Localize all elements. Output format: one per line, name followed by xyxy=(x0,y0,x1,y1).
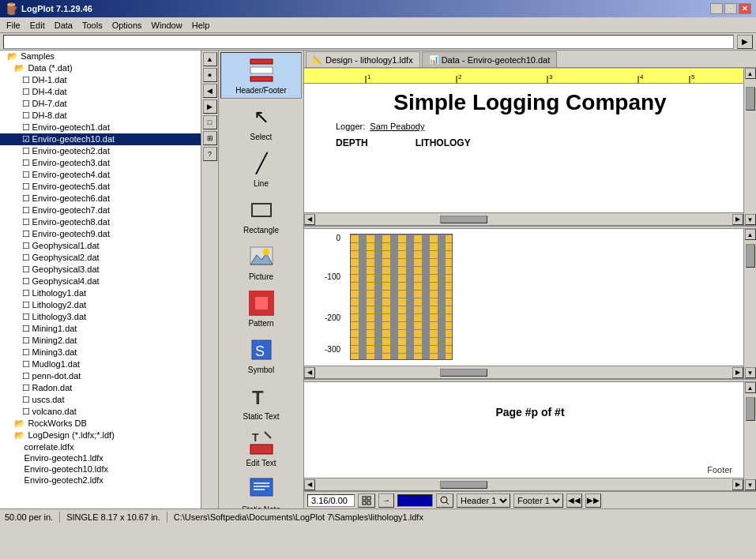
tree-item[interactable]: ☐ Geophysical4.dat xyxy=(0,276,201,287)
tree-item[interactable]: ☐ Enviro-geotech6.dat xyxy=(0,193,201,204)
tree-item[interactable]: 📂 Samples xyxy=(0,51,201,62)
tree-item[interactable]: ☐ DH-1.dat xyxy=(0,74,201,86)
tool-static-text[interactable]: TStatic Text xyxy=(220,378,302,425)
tool-select[interactable]: ↖Select xyxy=(220,99,302,145)
tool-edit-text[interactable]: TEdit Text xyxy=(220,425,302,471)
tree-item[interactable]: ☐ Enviro-geotech9.dat xyxy=(0,228,201,240)
tree-item[interactable]: ☐ Enviro-geotech4.dat xyxy=(0,169,201,181)
nav-next-btn[interactable]: ▶▶ xyxy=(585,493,601,508)
body-hscroll-right[interactable]: ▶ xyxy=(732,367,743,378)
body-hscroll-thumb[interactable] xyxy=(440,369,487,377)
tree-item[interactable]: ☐ Enviro-geotech2.dat xyxy=(0,145,201,157)
tree-item[interactable]: correlate.ldfx xyxy=(0,441,201,452)
menu-help[interactable]: Help xyxy=(187,19,215,32)
tree-item[interactable]: ☐ Enviro-geotech7.dat xyxy=(0,204,201,216)
tool-strip-btn-4[interactable]: ▶ xyxy=(203,99,217,114)
header-vscrollbar[interactable]: ▲ ▼ xyxy=(743,68,756,225)
footer-hscroll-left[interactable]: ◀ xyxy=(304,479,315,490)
tool-strip-btn-3[interactable]: ◀ xyxy=(203,84,217,98)
tree-item[interactable]: 📂 LogDesign (*.ldfx;*.ldf) xyxy=(0,430,201,441)
tree-item[interactable]: ☐ DH-4.dat xyxy=(0,86,201,98)
tree-item[interactable]: ☐ Mudlog1.dat xyxy=(0,358,201,370)
minimize-button[interactable]: _ xyxy=(710,3,723,14)
tree-item[interactable]: ☐ DH-8.dat xyxy=(0,110,201,122)
footer-hscrollbar[interactable]: ◀ ▶ xyxy=(304,478,743,490)
tree-item[interactable]: ☐ Geophysical2.dat xyxy=(0,252,201,264)
tool-pattern[interactable]: Pattern xyxy=(220,285,302,332)
header-hscroll-thumb[interactable] xyxy=(440,216,487,223)
tree-item[interactable]: ☐ Geophysical3.dat xyxy=(0,264,201,276)
footer-vscroll-down[interactable]: ▼ xyxy=(745,479,756,490)
tb-grid-btn[interactable] xyxy=(358,493,375,508)
tree-item[interactable]: ☑ Enviro-geotech10.dat xyxy=(0,133,201,145)
tree-item[interactable]: ☐ penn-dot.dat xyxy=(0,370,201,382)
header-vscroll-down[interactable]: ▼ xyxy=(745,214,756,225)
maximize-button[interactable]: □ xyxy=(724,3,737,14)
body-vscroll-down[interactable]: ▼ xyxy=(745,367,756,378)
tool-static-note[interactable]: Static Note xyxy=(220,471,302,508)
tab-data[interactable]: 📊 Data - Enviro-geotech10.dat xyxy=(422,51,558,67)
tool-rectangle[interactable]: Rectangle xyxy=(220,192,302,238)
tree-item[interactable]: ☐ volcano.dat xyxy=(0,406,201,418)
header-vscroll-up[interactable]: ▲ xyxy=(745,68,756,79)
tool-line[interactable]: ╱Line xyxy=(220,145,302,192)
tree-item[interactable]: 📂 Data (*.dat) xyxy=(0,62,201,74)
zoom-input[interactable]: 0.1000 xyxy=(397,494,433,507)
body-vscrollbar[interactable]: ▲ ▼ xyxy=(743,229,756,378)
tool-header-footer[interactable]: Header/Footer xyxy=(220,52,302,99)
tool-strip-btn-6[interactable]: ⊞ xyxy=(203,131,217,145)
path-go-button[interactable]: ▶ xyxy=(737,35,753,49)
nav-prev-btn[interactable]: ◀◀ xyxy=(566,493,582,508)
close-button[interactable]: ✕ xyxy=(739,3,751,14)
tab-design[interactable]: 📐 Design - lithology1.ldfx xyxy=(306,51,420,67)
tool-strip-btn-7[interactable]: ? xyxy=(203,147,217,161)
header-hscroll-left[interactable]: ◀ xyxy=(304,214,315,225)
menu-data[interactable]: Data xyxy=(50,19,77,32)
tree-item[interactable]: ☐ Enviro-geotech3.dat xyxy=(0,157,201,169)
body-hscrollbar[interactable]: ◀ ▶ xyxy=(304,366,743,378)
tree-item[interactable]: Enviro-geotech10.ldfx xyxy=(0,463,201,475)
menu-tools[interactable]: Tools xyxy=(77,19,107,32)
menu-edit[interactable]: Edit xyxy=(25,19,50,32)
tree-item[interactable]: ☐ Mining2.dat xyxy=(0,335,201,347)
tree-item[interactable]: ☐ uscs.dat xyxy=(0,394,201,406)
header-hscroll-right[interactable]: ▶ xyxy=(732,214,743,225)
body-vscroll-thumb[interactable] xyxy=(746,244,755,268)
footer-vscrollbar[interactable]: ▲ ▼ xyxy=(743,382,756,490)
body-vscroll-up[interactable]: ▲ xyxy=(745,229,756,240)
path-input[interactable]: C:\Users\Softpedia\Documents\LogPlot 7\S… xyxy=(3,35,734,49)
footer-hscroll-right[interactable]: ▶ xyxy=(732,479,743,490)
menu-options[interactable]: Options xyxy=(107,19,147,32)
footer-hscroll-thumb[interactable] xyxy=(440,481,487,489)
header-hscrollbar[interactable]: ◀ ▶ xyxy=(304,212,743,225)
header-vscroll-thumb[interactable] xyxy=(746,87,755,111)
tool-strip-btn-1[interactable]: ▲ xyxy=(203,52,217,66)
tool-strip-btn-5[interactable]: □ xyxy=(203,115,217,129)
tb-zoom-btn[interactable] xyxy=(436,493,453,508)
tree-item[interactable]: ☐ Geophysical1.dat xyxy=(0,240,201,252)
tree-item[interactable]: ☐ DH-7.dat xyxy=(0,98,201,110)
menu-file[interactable]: File xyxy=(2,19,25,32)
tree-item[interactable]: ☐ Mining3.dat xyxy=(0,347,201,358)
tree-item[interactable]: ☐ Enviro-geotech1.dat xyxy=(0,122,201,133)
tree-item[interactable]: Enviro-geotech2.ldfx xyxy=(0,475,201,486)
menu-window[interactable]: Window xyxy=(147,19,187,32)
footer-vscroll-up[interactable]: ▲ xyxy=(745,382,756,393)
tree-item[interactable]: ☐ Lithology3.dat xyxy=(0,311,201,323)
tool-strip-btn-2[interactable]: ● xyxy=(203,68,217,82)
footer-vscroll-thumb[interactable] xyxy=(746,397,755,421)
tree-item[interactable]: Enviro-geotech1.ldfx xyxy=(0,452,201,463)
tool-picture[interactable]: Picture xyxy=(220,238,302,285)
tree-item[interactable]: ☐ Mining1.dat xyxy=(0,323,201,335)
tree-item[interactable]: ☐ Enviro-geotech5.dat xyxy=(0,181,201,193)
tb-arrow-btn[interactable]: → xyxy=(378,493,394,508)
tree-item[interactable]: ☐ Lithology2.dat xyxy=(0,299,201,311)
body-hscroll-left[interactable]: ◀ xyxy=(304,367,315,378)
footer-select[interactable]: Footer 1 Footer 2 xyxy=(513,493,563,508)
tree-item[interactable]: ☐ Enviro-geotech8.dat xyxy=(0,216,201,228)
tree-item[interactable]: ☐ Lithology1.dat xyxy=(0,287,201,299)
tree-item[interactable]: ☐ Radon.dat xyxy=(0,382,201,394)
tree-item[interactable]: 📂 RockWorks DB xyxy=(0,418,201,430)
header-select[interactable]: Header 1 Header 2 xyxy=(457,493,510,508)
tool-symbol[interactable]: SSymbol xyxy=(220,332,302,378)
